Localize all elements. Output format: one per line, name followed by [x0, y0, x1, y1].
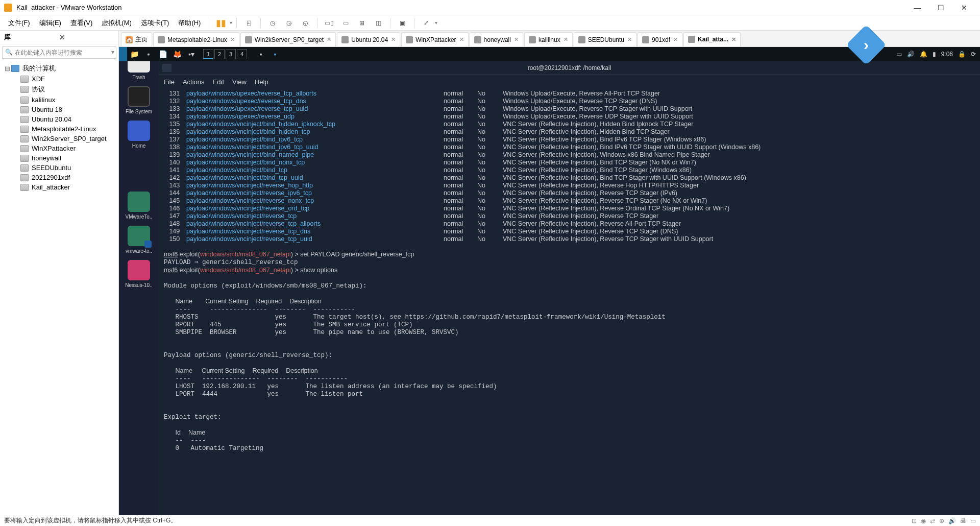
tab[interactable]: Kail_atta...✕ [683, 32, 741, 46]
stretch-icon[interactable]: ⤢ [420, 17, 432, 29]
tab-close-icon[interactable]: ✕ [327, 36, 331, 43]
snapshot-revert-icon[interactable]: ◶ [283, 17, 295, 29]
vm-tab-icon [642, 36, 649, 43]
files-icon[interactable]: 📁 [128, 48, 140, 60]
term-menu-file[interactable]: File [164, 78, 175, 86]
view-thumbnail-icon[interactable]: ⊞ [356, 17, 368, 29]
maximize-button[interactable]: ☐ [929, 0, 952, 15]
lock-icon[interactable]: 🔒 [958, 51, 966, 58]
app-terminal-task-icon[interactable]: ▪ [255, 48, 267, 60]
desktop-filesystem[interactable]: File System [124, 86, 154, 114]
tree-item[interactable]: Kail_attacker [0, 182, 118, 192]
tab-close-icon[interactable]: ✕ [230, 36, 235, 43]
tree-item[interactable]: 协议 [0, 84, 118, 95]
clock[interactable]: 9:06 [941, 51, 953, 58]
terminal-titlebar[interactable]: root@20212901xdf: /home/kail [159, 61, 980, 75]
tree-item-label: XDF [32, 75, 45, 83]
tab[interactable]: Metasploitable2-Linux✕ [153, 32, 239, 46]
tree-item[interactable]: Metasploitable2-Linux [0, 124, 118, 134]
tab[interactable]: 901xdf✕ [638, 32, 682, 46]
tree-item[interactable]: Win2kServer_SP0_target [0, 134, 118, 144]
kali-menu-icon[interactable] [119, 47, 127, 61]
battery-icon[interactable]: ▮ [933, 51, 936, 58]
menu-edit[interactable]: 编辑(E) [35, 16, 65, 30]
workspace-4[interactable]: 4 [237, 49, 247, 59]
tab[interactable]: kalilinux✕ [524, 32, 573, 46]
view-multimonitor-icon[interactable]: ◫ [372, 17, 384, 29]
status-network-icon[interactable]: ⇄ [930, 517, 935, 524]
tree-item[interactable]: Ubuntu 18 [0, 105, 118, 114]
view-console-icon[interactable]: ▭▯ [323, 17, 335, 29]
term-menu-actions[interactable]: Actions [183, 78, 205, 86]
status-cd-icon[interactable]: ◉ [921, 517, 926, 524]
tab-close-icon[interactable]: ✕ [731, 36, 736, 43]
desktop-vmware-tools-folder[interactable]: vmware-to.. [124, 226, 154, 254]
snapshot-icon[interactable]: ◷ [266, 17, 279, 29]
expand-icon[interactable]: ⊟ [4, 65, 10, 73]
tab[interactable]: honeywall✕ [470, 32, 523, 46]
search-dropdown-icon[interactable]: ▾ [111, 49, 114, 56]
terminal-output[interactable]: 131payload/windows/upexec/reverse_tcp_al… [159, 89, 980, 515]
snapshot-manage-icon[interactable]: ◵ [299, 17, 311, 29]
pause-icon[interactable]: ▮▮ [215, 17, 227, 29]
minimize-button[interactable]: — [905, 0, 929, 15]
app-files-task-icon[interactable]: ▪ [269, 48, 281, 60]
term-menu-help[interactable]: Help [255, 78, 268, 86]
tree-item-label: 20212901xdf [32, 174, 70, 181]
tab-close-icon[interactable]: ✕ [564, 36, 568, 43]
tree-item[interactable]: SEEDUbuntu [0, 163, 118, 173]
tree-item[interactable]: WinXPattacker [0, 144, 118, 153]
tree-item[interactable]: kalilinux [0, 95, 118, 105]
firefox-icon[interactable]: 🦊 [171, 48, 183, 60]
tab[interactable]: 🏠主页 [121, 32, 152, 46]
workspace-1[interactable]: 1 [203, 49, 213, 59]
status-printer-icon[interactable]: 🖶 [960, 517, 966, 524]
tab-close-icon[interactable]: ✕ [391, 36, 396, 43]
tree-item-label: Ubuntu 18 [32, 106, 62, 113]
tree-item[interactable]: Ubuntu 20.04 [0, 114, 118, 124]
desktop-nessus[interactable]: Nessus-10.. [124, 260, 154, 288]
tree-root[interactable]: ⊟ 我的计算机 [0, 63, 118, 74]
tab[interactable]: Win2kServer_SP0_target✕ [240, 32, 336, 46]
tree-item[interactable]: 20212901xdf [0, 173, 118, 182]
terminal-icon[interactable]: ▪ [142, 48, 155, 60]
menu-view[interactable]: 查看(V) [66, 16, 96, 30]
menu-help[interactable]: 帮助(H) [174, 16, 205, 30]
volume-icon[interactable]: 🔊 [907, 51, 915, 58]
close-button[interactable]: ✕ [952, 0, 976, 15]
sidebar-close-icon[interactable]: ✕ [59, 33, 114, 41]
menu-file[interactable]: 文件(F) [4, 16, 34, 30]
workspace-3[interactable]: 3 [226, 49, 236, 59]
send-ctrl-alt-del-icon[interactable]: ⍇ [242, 17, 255, 29]
tree-item[interactable]: honeywall [0, 153, 118, 163]
status-usb-icon[interactable]: ⊕ [939, 517, 944, 524]
power-icon[interactable]: ⟳ [971, 51, 976, 58]
notifications-icon[interactable]: 🔔 [920, 51, 927, 58]
tab[interactable]: Ubuntu 20.04✕ [337, 32, 400, 46]
status-disk-icon[interactable]: ⊡ [912, 517, 917, 524]
shell-dropdown-icon[interactable]: ▪▾ [185, 48, 198, 60]
term-menu-edit[interactable]: Edit [213, 78, 224, 86]
search-input[interactable] [2, 46, 116, 59]
network-icon[interactable]: ▭ [896, 51, 902, 58]
fullscreen-icon[interactable]: ▣ [396, 17, 408, 29]
tab-close-icon[interactable]: ✕ [514, 36, 519, 43]
vm-display[interactable]: 📁 ▪ 📄 🦊 ▪▾ 1 2 3 4 ▪ ▪ ▭ 🔊 🔔 ▮ 9:06 [119, 47, 980, 515]
desktop-home[interactable]: Home [124, 121, 154, 149]
terminal-menubar: File Actions Edit View Help [159, 75, 980, 89]
editor-icon[interactable]: 📄 [157, 48, 169, 60]
menu-tabs[interactable]: 选项卡(T) [137, 16, 174, 30]
tab-close-icon[interactable]: ✕ [459, 36, 464, 43]
view-unity-icon[interactable]: ▭ [339, 17, 352, 29]
workspace-2[interactable]: 2 [214, 49, 225, 59]
tab-close-icon[interactable]: ✕ [673, 36, 678, 43]
tree-item[interactable]: XDF [0, 74, 118, 84]
term-menu-view[interactable]: View [232, 78, 247, 86]
status-display-icon[interactable]: ▭ [970, 517, 976, 524]
desktop-vmwaretools[interactable]: VMwareTo.. [124, 192, 154, 220]
tab[interactable]: WinXPattacker✕ [401, 32, 468, 46]
status-sound-icon[interactable]: 🔊 [948, 517, 956, 524]
menu-vm[interactable]: 虚拟机(M) [97, 16, 136, 30]
tab[interactable]: SEEDUbuntu✕ [574, 32, 636, 46]
tab-close-icon[interactable]: ✕ [627, 36, 632, 43]
